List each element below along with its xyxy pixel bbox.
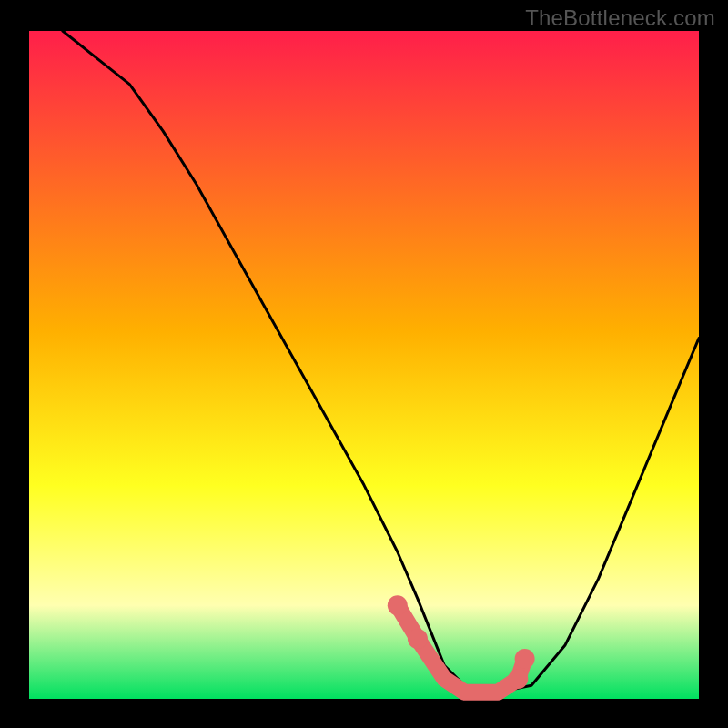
optimal-range-dot <box>408 629 428 649</box>
optimal-range-dot <box>508 669 528 689</box>
bottleneck-chart <box>0 0 728 728</box>
chart-stage: TheBottleneck.com <box>0 0 728 728</box>
watermark-text: TheBottleneck.com <box>525 5 715 31</box>
optimal-range-dot <box>388 595 408 615</box>
gradient-background <box>29 31 699 699</box>
optimal-range-dot <box>515 649 535 669</box>
